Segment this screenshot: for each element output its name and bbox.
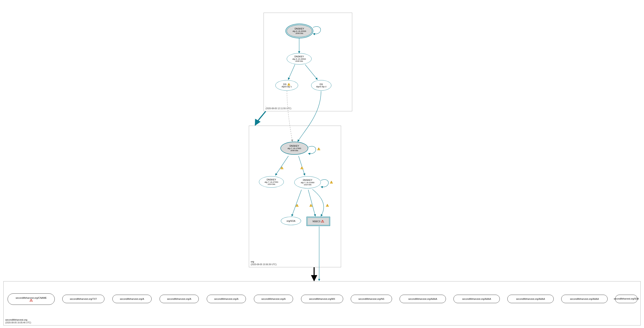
- node-leaf-mx-title: secondlifeharvest.org/MX: [309, 298, 335, 300]
- node-root-zsk-sub1: alg=8, id=46594: [292, 58, 306, 60]
- node-ds-alg2: DS digest alg=2: [311, 80, 331, 91]
- node-org-ksk-sub1: alg=7, id=17883: [288, 147, 301, 149]
- zone-root-label: . (2020-08-05 12:11:55 UTC): [266, 104, 291, 110]
- node-nsec3-title: NSEC3: [313, 220, 324, 223]
- node-leaf-aaaa1-title: secondlifeharvest.org/AAAA: [408, 298, 437, 300]
- node-ds-alg1-title: DS: [283, 83, 290, 86]
- node-leaf-a2: secondlifeharvest.org/A: [160, 295, 199, 303]
- zone-root-name: .: [266, 104, 266, 107]
- node-ds-alg1: DS digest alg=1: [275, 80, 298, 91]
- node-ds-alg2-title: DS: [320, 83, 323, 86]
- node-leaf-aaaa3: secondlifeharvest.org/AAAA: [507, 295, 554, 303]
- warning-icon: [330, 181, 333, 183]
- node-leaf-txt-title: secondlifeharvest.org/TXT: [70, 298, 97, 300]
- node-root-zsk-sub2: 2048 bits: [295, 60, 303, 62]
- node-org-soa-title: org/SOA: [286, 220, 295, 222]
- node-leaf-aaaa3-title: secondlifeharvest.org/AAAA: [516, 298, 545, 300]
- node-leaf-txt: secondlifeharvest.org/TXT: [62, 295, 104, 303]
- node-leaf-cname-title: secondlifeharvest.org/CNAME: [16, 297, 46, 299]
- node-leaf-ns: secondlifeharvest.org/NS: [351, 295, 392, 303]
- node-org-zsk-b-sub1: alg=7, id=21869: [301, 182, 314, 184]
- node-org-soa: org/SOA: [281, 217, 301, 225]
- node-leaf-a4: secondlifeharvest.org/A: [254, 295, 293, 303]
- node-org-zsk-27353: DNSKEY alg=7, id=27353 1024 bits: [259, 176, 284, 188]
- node-org-ksk: DNSKEY alg=7, id=17883 2048 bits: [280, 142, 308, 155]
- node-leaf-a3-title: secondlifeharvest.org/A: [214, 298, 238, 300]
- warning-icon: [300, 167, 303, 169]
- node-leaf-soa: secondlifeharvest.org/SOA: [615, 295, 638, 303]
- zone-root-ts: (2020-08-05 12:11:55 UTC): [266, 107, 291, 110]
- node-leaf-aaaa2: secondlifeharvest.org/AAAA: [454, 295, 500, 303]
- node-ds-alg2-sub: digest alg=2: [316, 86, 326, 88]
- warning-icon: [296, 204, 298, 207]
- zone-org-name: org: [251, 260, 254, 263]
- node-leaf-aaaa4-title: secondlifeharvest.org/AAAA: [570, 298, 599, 300]
- node-leaf-aaaa4: secondlifeharvest.org/AAAA: [561, 295, 608, 303]
- node-leaf-soa-title: secondlifeharvest.org/SOA: [614, 298, 639, 300]
- diagram-canvas: . (2020-08-05 12:11:55 UTC) org (2020-08…: [0, 0, 644, 328]
- zone-org-ts: (2020-08-05 15:56:39 UTC): [251, 263, 277, 266]
- node-leaf-cname: secondlifeharvest.org/CNAME: [8, 293, 55, 305]
- warning-icon: [280, 167, 283, 169]
- node-org-zsk-b-sub2: 1024 bits: [304, 184, 312, 186]
- node-root-zsk-title: DNSKEY: [294, 55, 304, 58]
- node-root-zsk: DNSKEY alg=8, id=46594 2048 bits: [287, 53, 312, 65]
- warning-icon: [287, 83, 290, 86]
- node-nsec3: NSEC3: [306, 217, 330, 226]
- node-org-ksk-title: DNSKEY: [290, 145, 299, 147]
- node-leaf-a1: secondlifeharvest.org/A: [112, 295, 152, 303]
- node-root-ksk-title: DNSKEY: [294, 27, 304, 30]
- warning-icon: [326, 204, 329, 207]
- error-icon: [30, 299, 33, 302]
- node-org-zsk-21869: DNSKEY alg=7, id=21869 1024 bits: [294, 176, 321, 189]
- node-leaf-ns-title: secondlifeharvest.org/NS: [358, 298, 384, 300]
- node-leaf-a1-title: secondlifeharvest.org/A: [120, 298, 144, 300]
- node-org-ksk-sub2: 2048 bits: [290, 149, 298, 151]
- zone-leaf-name: secondlifeharvest.org: [5, 318, 27, 321]
- node-ds-alg1-sub: digest alg=1: [282, 86, 292, 88]
- zone-leaf-ts: (2020-08-05 16:05:46 UTC): [5, 321, 31, 324]
- node-org-zsk-a-sub2: 1024 bits: [268, 183, 275, 185]
- warning-icon: [317, 147, 320, 150]
- node-root-ksk: DNSKEY alg=8, id=20326 2048 bits: [286, 24, 313, 38]
- warning-icon: [310, 204, 312, 207]
- node-leaf-aaaa1: secondlifeharvest.org/AAAA: [400, 295, 446, 303]
- node-root-ksk-sub2: 2048 bits: [296, 32, 303, 34]
- zone-leaf-label: secondlifeharvest.org (2020-08-05 16:05:…: [5, 318, 31, 324]
- node-leaf-a3: secondlifeharvest.org/A: [207, 295, 246, 303]
- node-org-zsk-a-title: DNSKEY: [266, 178, 276, 181]
- zone-org-label: org (2020-08-05 15:56:39 UTC): [251, 260, 277, 266]
- node-leaf-mx: secondlifeharvest.org/MX: [301, 295, 343, 303]
- error-icon: [321, 220, 324, 223]
- node-leaf-a4-title: secondlifeharvest.org/A: [262, 298, 286, 300]
- node-leaf-a2-title: secondlifeharvest.org/A: [167, 298, 191, 300]
- node-root-ksk-sub1: alg=8, id=20326: [293, 30, 306, 32]
- node-org-zsk-a-sub1: alg=7, id=27353: [265, 181, 278, 183]
- node-org-zsk-b-title: DNSKEY: [303, 179, 312, 182]
- zone-leaf: secondlifeharvest.org (2020-08-05 16:05:…: [3, 281, 641, 325]
- node-leaf-aaaa2-title: secondlifeharvest.org/AAAA: [462, 298, 491, 300]
